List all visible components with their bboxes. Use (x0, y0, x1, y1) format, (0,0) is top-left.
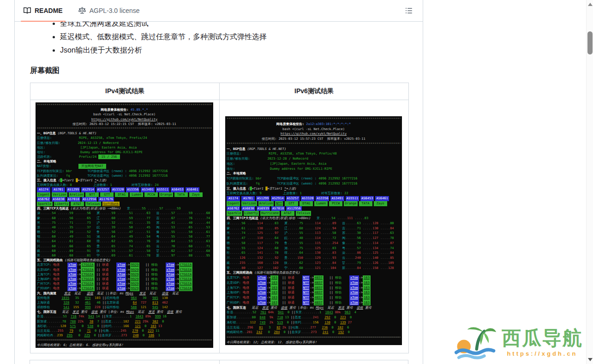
terminal-line: bash <(curl -sL Net.Check.Place) (227, 127, 401, 132)
terminal-line: 津......54 ......59 ......56 冀......59 ..… (37, 211, 212, 215)
terminal-line: 上海UDP: 电信 xTom->163 || 联通 NTT->4837 || 移… (227, 290, 401, 295)
terminal-line: 藏.....235 .....160 ....128 陕......62 ...… (227, 261, 401, 266)
terminal-line: 活跃邻居: Prefix/24 15 / 256 (37, 155, 212, 159)
terminal-line: 广州TCP: 电信 xTom->163 || 联通 NTT->4837 || 移… (227, 295, 401, 300)
terminal-line: 上海TCP: 电信 xTom->163 || 联通 NTT->4837 || 移… (227, 286, 401, 291)
terminal-line: 二、本地策略 (37, 159, 212, 164)
terminal-line: 一、BGP信息 (BGP.TOOLS & HE.NET) (227, 147, 401, 152)
terminal-line: 注册信息: RIPE, AS3258, xTom Tokyo, Prefix/4… (227, 151, 401, 156)
list-item: 延迟模式、低数据模式、跳过任意章节，多种测试方式弹性选择 (60, 32, 267, 42)
terminal-line: 上海TCP: 电信 xTom->CTGGIA || 联通 xTom->9929 … (37, 272, 212, 277)
terminal-line: https://github.com/xykt/NetQuality (37, 117, 212, 122)
terminal-line: 北京UDP: 电信 xTom->163 || 联通 NTT->4837 || 移… (227, 280, 401, 286)
terminal-line: 桂......65 .....141 .....78 琼......64 ...… (227, 251, 401, 256)
scrollbar-down-arrow[interactable] (588, 358, 593, 361)
terminal-line: 青......80 .....127 ....102 宁......68 ...… (227, 266, 401, 271)
terminal-line: SparkleLibertyAT&TTelxiusSoftBank (37, 202, 212, 206)
terminal-line: 北京UDP: 电信 xTom->CTGGIA || 联通 xTom->9929 … (37, 268, 212, 272)
terminal-line: 藏......60 ......89 ......91 陕......55 ..… (37, 249, 212, 253)
terminal-line: 注册/修改日期: 2024-12-13 / NoRecord (37, 141, 212, 145)
terminal-line: AS174AS701AS1299AS2914AS3257AS3320AS3356… (227, 196, 401, 201)
terminal-line: 香港..........53 716 74k 943 14 ||东京......… (37, 314, 212, 319)
terminal-line: 鄂......60 ......49 ......51 湘......64 ..… (37, 234, 212, 239)
terminal-line: 广州UDP: 电信 xTom->163 || 联通 NTT->4837 || 移… (227, 300, 401, 305)
terminal-line: 地址: Dummy address for ORG-XJCL1-RIPE (37, 150, 212, 155)
terminal-line: 网络质量体检报告: 2a12:a303:101:*:*:*:*:* (227, 122, 401, 127)
terminal-line: 报告时间: 2025-03-12 15:22:15 CST 脚本版本: v202… (37, 122, 212, 126)
terminal-line: 注册信息: RIPE, AS3258, xTom Tokyo, Prefix/2… (37, 136, 212, 140)
ipv4-terminal-screenshot: ****************************************… (36, 102, 213, 348)
feature-list: 全球五大洲网速及延迟测试 延迟模式、低数据模式、跳过任意章节，多种测试方式弹性选… (52, 18, 267, 59)
terminal-line: bash <(curl -sL Net.Check.Place) (37, 112, 212, 117)
terminal-line: 桂......64 ......61 ......68 琼......62 ..… (37, 239, 212, 244)
terminal-line: 二、本地策略 (227, 171, 401, 176)
terminal-line: 互联网交换点接入数: 9 上游数量: 1 对等互联数量: 22 (227, 191, 401, 196)
terminal-line: https://github.com/xykt/NetQuality (227, 131, 401, 137)
active-tab-indicator (21, 21, 66, 22)
scrollbar-up-arrow[interactable] (588, 3, 593, 6)
license-tab-label: AGPL-3.0 license (90, 7, 140, 14)
terminal-line: 上海联通 328 32 461 46 ||北京联通 64 727 813 462 (37, 300, 212, 305)
terminal-line: 注册/修改日期: 2023-12-28 / NoRecord (227, 156, 401, 161)
terminal-line: 四、三网TCP大包延迟 (依次为电信|联通|移动 ~=80ms) 京......… (227, 216, 401, 221)
screenshot-table-header: IPv4测试结果 IPv6测试结果 (30, 83, 408, 100)
terminal-line: ****************************************… (227, 142, 401, 147)
law-scale-icon (78, 7, 86, 14)
terminal-line: 赣......52 ......39 ......52 鲁......56 ..… (37, 230, 212, 234)
terminal-line: 法兰克福....296 81 3 82 2k ||伦敦......277 236… (227, 325, 401, 330)
terminal-line: 互联网交换点接入数: 8 上游数量: 1 对等互联数量: 24 (37, 183, 212, 187)
page-title: 屏幕截图 (30, 66, 60, 76)
terminal-line: 北京TCP: 电信 xTom->163 || 联通 NTT->4837 || 移… (227, 275, 401, 280)
terminal-line: 七、国际互连 延迟 发送 重传 接收 重传 |单位: ms Mbps 延迟 发送… (37, 310, 212, 314)
terminal-line: 今日网络检测量: 12; 总检测量: 12. 感谢使用xy系列脚本! (227, 340, 401, 345)
terminal-line: 新加坡........78 788 22k 38 7 ||悉尼......182… (37, 319, 212, 324)
watermark-logo: 西瓜导航 https://xgdh.cn (455, 322, 583, 361)
terminal-line: 浙......47 .....110 .....64 皖......48 ...… (227, 236, 401, 241)
ipv6-column-header: IPv6测试结果 (220, 83, 408, 100)
terminal-line: ****************************************… (37, 126, 212, 131)
terminal-line: 新加坡........80 848 9k 710 13 ||悉尼......24… (227, 315, 401, 320)
tab-readme[interactable]: README (19, 0, 67, 21)
scrollbar[interactable] (586, 0, 593, 364)
terminal-line: 网络质量体检报告: 45.89.*.* (37, 107, 212, 112)
terminal-line: 广州UDP: 电信 xTom->CTGGIA || 联通 xTom->9929 … (37, 286, 212, 291)
terminal-line: 鄂......55 .....124 .....68 湘......75 ...… (227, 246, 401, 251)
outline-toc-button[interactable] (402, 4, 415, 17)
terminal-line: AS6762AS6830AS6939AS7018AS12956 (227, 206, 401, 211)
terminal-line: 黑......75 ......71 ......73 沪......32 ..… (37, 221, 212, 225)
terminal-line: 地址: Dummy address for ORG-XJCL1-RIPE (227, 167, 401, 172)
terminal-line: 上海UDP: 电信 xTom->CTGGIA || 联通 xTom->9929 … (37, 277, 212, 281)
watermark-site-url: https://xgdh.cn (507, 350, 577, 357)
next-table-row-partial (30, 360, 408, 364)
terminal-line: 香港..........52 761 64k 941 0 ||东京.......… (227, 310, 401, 315)
terminal-line: 浙......40 ......35 ......37 皖......39 ..… (37, 225, 212, 230)
terminal-line: 苏州电信 1035 35 974 103 ||杭州电信 964 39 985 1… (37, 296, 212, 300)
readme-tab-label: README (35, 7, 63, 14)
terminal-line: SparkleLibertyHurricaneAT&TTelxius (227, 211, 401, 216)
terminal-line: ========================================… (37, 338, 212, 342)
terminal-line: 川.....126 .....132 .....92 贵.....150 ...… (227, 256, 401, 261)
terminal-line: 五、三网回程路由 (线路可能随网络负载动态变化) (227, 270, 401, 275)
terminal-line: 阿姆斯特丹..281 242 0 204 0 ||圣保罗.....273 241… (227, 330, 401, 335)
terminal-line: 报告时间: 2025-03-12 15:57:23 CST 脚本版本: v202… (227, 137, 401, 142)
watermark-site-name: 西瓜导航 (502, 327, 583, 349)
tab-license[interactable]: AGPL-3.0 license (74, 0, 144, 21)
terminal-line: ****************************************… (37, 103, 212, 107)
scrollbar-thumb[interactable] (587, 31, 593, 54)
terminal-line: 地区: [JP]Japan, Eastern Asia, Asia (37, 145, 212, 150)
terminal-line: 成都移动 541 155 999 228 ||福州移动 588 121 945 … (37, 305, 212, 310)
terminal-line: 阿姆斯特丹..239 295 0 225 0 ||圣保罗.....273 240… (37, 333, 212, 338)
terminal-line: 今日网络检测量: 6; 总检测量: 6. 感谢使用xy系列脚本! (37, 343, 212, 347)
terminal-line: 川......60 ......66 ......65 贵......65 ..… (37, 244, 212, 249)
terminal-line: 蒙......60 ......56 ......65 辽......60 ..… (37, 216, 212, 221)
terminal-line: AS174AS701AS1299AS2914AS3257AS3320AS3356… (37, 187, 212, 192)
terminal-line: 津......56 .....114 .....83 冀......75 ...… (227, 221, 401, 226)
terminal-line: AS6762AS6830AS7018AS12956AS17676 (37, 197, 212, 202)
terminal-line: 洛杉矶.......112 749 2k 519 0 ||纽约......156… (227, 320, 401, 325)
terminal-line: 青......60 ......68 ......81 宁......69 ..… (37, 253, 212, 258)
terminal-line: 六、国内测速 发送 延迟 接收 延迟 ||单位: ms Mbps 发送 延迟 接… (37, 291, 212, 296)
terminal-line: TCP拥塞控制算法: bbr TCP接收缓冲区 (rmem) : 4096 21… (37, 169, 212, 173)
terminal-line: 黑......74 .....125 .....97 沪......55 ...… (227, 231, 401, 236)
terminal-line: 地区: [JP]Japan, Eastern Asia, Asia (227, 161, 401, 167)
list-item: Json输出便于大数据分析 (60, 45, 267, 55)
